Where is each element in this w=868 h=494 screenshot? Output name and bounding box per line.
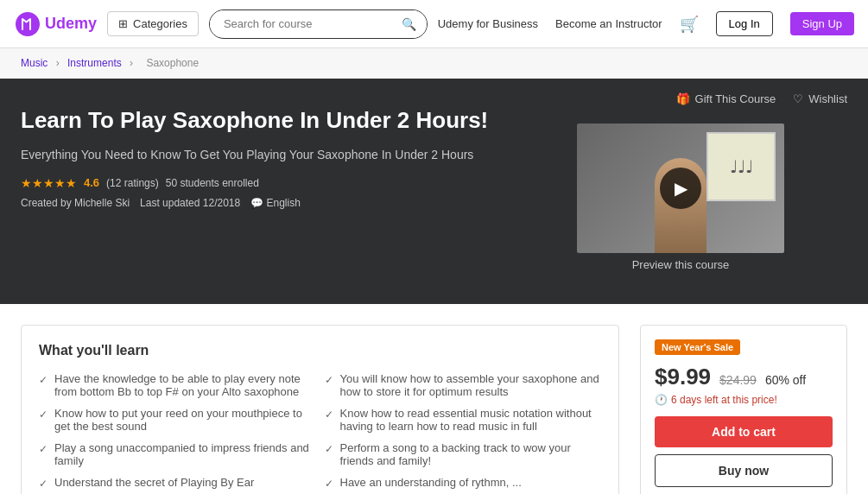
- learn-item-text: Have the knowledge to be able to play ev…: [54, 372, 316, 398]
- breadcrumb-sep2: ›: [130, 57, 136, 69]
- learn-box: What you'll learn ✓ Have the knowledge t…: [21, 325, 619, 494]
- rating-row: ★★★★★ 4.6 (12 ratings) 50 students enrol…: [21, 176, 556, 190]
- grid-icon: ⊞: [118, 17, 128, 30]
- hero-content: Learn To Play Saxophone In Under 2 Hours…: [21, 106, 556, 276]
- gift-course-button[interactable]: 🎁 Gift This Course: [676, 92, 776, 105]
- navbar: Udemy ⊞ Categories 🔍 Udemy for Business …: [0, 0, 868, 48]
- price-row: $9.99 $24.99 60% off: [655, 364, 833, 390]
- signup-button[interactable]: Sign Up: [790, 12, 854, 35]
- list-item: ✓ Have an understanding of rythmn, ...: [325, 476, 602, 490]
- check-icon: ✓: [325, 478, 333, 490]
- wishlist-label: Wishlist: [808, 92, 847, 105]
- urgency-notice: 🕐 6 days left at this price!: [655, 394, 833, 406]
- learn-item-text: Perform a song to a backing track to wow…: [340, 441, 602, 467]
- gift-label: Gift This Course: [695, 92, 776, 105]
- sidebar: New Year's Sale $9.99 $24.99 60% off 🕐 6…: [640, 325, 847, 494]
- learn-item-text: You will know how to assemble your saxop…: [340, 372, 602, 398]
- content-area: What you'll learn ✓ Have the knowledge t…: [21, 325, 619, 494]
- students-count: 50 students enrolled: [166, 177, 259, 189]
- discount-label: 60% off: [765, 373, 806, 387]
- check-icon: ✓: [325, 374, 333, 386]
- preview-label[interactable]: Preview this course: [577, 253, 784, 276]
- hero-section: 🎁 Gift This Course ♡ Wishlist Learn To P…: [0, 79, 868, 304]
- breadcrumb-music[interactable]: Music: [21, 57, 48, 69]
- search-button[interactable]: 🔍: [391, 10, 427, 38]
- logo-link[interactable]: Udemy: [14, 10, 97, 38]
- check-icon: ✓: [325, 443, 333, 455]
- rating-count: (12 ratings): [106, 177, 159, 189]
- learn-item-text: Have an understanding of rythmn, ...: [340, 476, 522, 489]
- login-button[interactable]: Log In: [716, 11, 773, 36]
- list-item: ✓ You will know how to assemble your sax…: [325, 372, 602, 398]
- play-button-icon: ▶: [660, 168, 701, 209]
- categories-button[interactable]: ⊞ Categories: [107, 11, 199, 36]
- check-icon: ✓: [39, 374, 48, 386]
- price-card: New Year's Sale $9.99 $24.99 60% off 🕐 6…: [640, 325, 847, 494]
- updated-date: Last updated 12/2018: [140, 197, 240, 209]
- list-item: ✓ Perform a song to a backing track to w…: [325, 441, 602, 467]
- language-text: English: [267, 197, 301, 209]
- star-rating: ★★★★★: [21, 176, 77, 190]
- learn-item-text: Play a song unaccompanied to impress fri…: [54, 441, 316, 467]
- business-link[interactable]: Udemy for Business: [438, 17, 538, 30]
- original-price: $24.99: [719, 373, 757, 387]
- breadcrumb-instruments[interactable]: Instruments: [67, 57, 122, 69]
- learn-title: What you'll learn: [39, 343, 601, 358]
- language-indicator: 💬 English: [250, 197, 301, 209]
- list-item: ✓ Understand the secret of Playing By Ea…: [39, 476, 316, 490]
- heart-icon: ♡: [793, 92, 803, 105]
- gift-icon: 🎁: [676, 92, 690, 105]
- list-item: ✓ Know how to read essential music notat…: [325, 407, 602, 433]
- nav-links: Udemy for Business Become an Instructor …: [438, 11, 854, 36]
- search-bar: 🔍: [209, 10, 428, 39]
- search-input[interactable]: [210, 10, 391, 37]
- clock-icon: 🕐: [655, 394, 668, 406]
- check-icon: ✓: [325, 408, 333, 421]
- course-title: Learn To Play Saxophone In Under 2 Hours…: [21, 106, 556, 136]
- learn-list: ✓ Have the knowledge to be able to play …: [39, 372, 601, 490]
- video-thumbnail: ♩♩♩ ▶: [577, 124, 784, 253]
- chat-icon: 💬: [250, 197, 263, 209]
- list-item: ✓ Have the knowledge to be able to play …: [39, 372, 316, 398]
- main-content: What you'll learn ✓ Have the knowledge t…: [0, 304, 868, 494]
- add-to-cart-button[interactable]: Add to cart: [655, 416, 833, 447]
- learn-item-text: Understand the secret of Playing By Ear: [54, 476, 254, 489]
- current-price: $9.99: [655, 364, 711, 390]
- video-preview[interactable]: ♩♩♩ ▶ Preview this course: [577, 124, 784, 276]
- hero-actions: 🎁 Gift This Course ♡ Wishlist: [676, 92, 847, 105]
- hero-meta: Created by Michelle Ski Last updated 12/…: [21, 197, 556, 209]
- breadcrumb-saxophone: Saxophone: [146, 57, 199, 69]
- created-by: Created by Michelle Ski: [21, 197, 130, 209]
- list-item: ✓ Know how to put your reed on your mout…: [39, 407, 316, 433]
- logo-text: Udemy: [45, 15, 97, 33]
- check-icon: ✓: [39, 443, 48, 455]
- categories-label: Categories: [133, 17, 187, 30]
- udemy-logo-icon: [14, 10, 41, 38]
- sale-badge: New Year's Sale: [655, 339, 740, 355]
- course-subtitle: Everything You Need to Know To Get You P…: [21, 146, 556, 164]
- cart-icon[interactable]: 🛒: [680, 15, 699, 34]
- instructor-link[interactable]: Become an Instructor: [555, 17, 662, 30]
- buy-now-button[interactable]: Buy now: [655, 454, 833, 487]
- check-icon: ✓: [39, 408, 48, 421]
- check-icon: ✓: [39, 478, 48, 490]
- learn-item-text: Know how to put your reed on your mouthp…: [54, 407, 316, 433]
- urgency-text: 6 days left at this price!: [671, 394, 777, 406]
- breadcrumb: Music › Instruments › Saxophone: [0, 48, 868, 79]
- list-item: ✓ Play a song unaccompanied to impress f…: [39, 441, 316, 467]
- wishlist-button[interactable]: ♡ Wishlist: [793, 92, 847, 105]
- whiteboard-graphic: ♩♩♩: [706, 132, 776, 201]
- learn-item-text: Know how to read essential music notatio…: [340, 407, 602, 433]
- rating-number: 4.6: [84, 176, 99, 189]
- breadcrumb-sep1: ›: [56, 57, 62, 69]
